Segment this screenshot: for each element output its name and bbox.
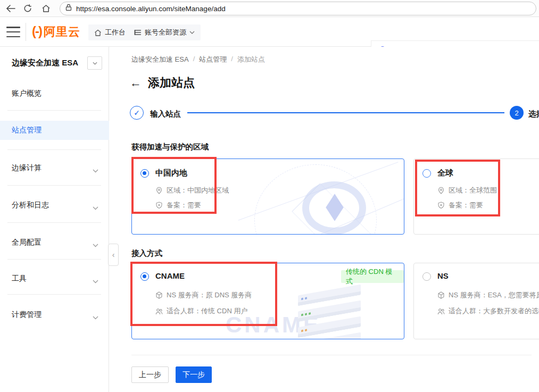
aliyun-logo-text: 阿里云 xyxy=(44,24,80,40)
step1-done-circle: ✓ xyxy=(130,106,144,120)
aliyun-logo-mark: (-) xyxy=(32,24,42,39)
audience-line: 适合人群：传统 CDN 用户 xyxy=(155,306,247,316)
sidebar-divider xyxy=(7,294,101,295)
people-line-text: 适合人群：传统 CDN 用户 xyxy=(167,306,247,316)
step2-label: 选择 xyxy=(528,109,539,119)
sidebar-divider xyxy=(7,149,101,150)
access-section-title: 接入方式 xyxy=(131,248,162,258)
region-line-text: 区域：全球范围 xyxy=(449,186,497,195)
region-line-text: 区域：中国内地区域 xyxy=(167,186,229,195)
screen: https://esa.console.aliyun.com/siteManag… xyxy=(0,0,539,392)
back-arrow-icon[interactable]: ← xyxy=(130,77,142,89)
breadcrumb-item-esa[interactable]: 边缘安全加速 ESA xyxy=(131,55,189,64)
location-pin-icon xyxy=(437,187,445,194)
breadcrumb: 边缘安全加速 ESA / 站点管理 / 添加站点 xyxy=(131,55,265,64)
breadcrumb-item-add-site: 添加站点 xyxy=(237,55,265,64)
server-stack-illustration xyxy=(298,290,372,339)
account-resources-button[interactable]: 账号全部资源 xyxy=(128,24,201,40)
browser-address-bar[interactable]: https://esa.console.aliyun.com/siteManag… xyxy=(60,2,536,15)
sidebar-divider xyxy=(7,222,101,223)
cdn-mode-badge: 传统的 CDN 模式 xyxy=(341,270,404,283)
region-info-line: 区域：中国内地区域 xyxy=(155,186,229,195)
card-title: 全球 xyxy=(437,168,453,178)
check-icon: ✓ xyxy=(134,109,140,117)
product-title: 边缘安全加速 ESA xyxy=(12,58,78,68)
breadcrumb-item-site-manage[interactable]: 站点管理 xyxy=(199,55,227,64)
header-divider xyxy=(26,23,26,41)
sidebar: 边缘安全加速 ESA 账户概览 站点管理 边缘计算 分析和日志 全局配置 xyxy=(0,47,109,392)
region-card-global[interactable]: 全球 区域：全球范围 备案：需要 xyxy=(413,159,539,235)
collapse-chevron-icon: ‹ xyxy=(112,251,115,259)
browser-home-icon[interactable] xyxy=(39,2,52,15)
sidebar-item-global-config[interactable]: 全局配置 xyxy=(0,237,109,249)
region-section-title: 获得加速与保护的区域 xyxy=(131,142,209,152)
beian-line-text: 备案：需要 xyxy=(167,201,201,210)
page-title: 添加站点 xyxy=(148,75,195,91)
radio-selected-icon[interactable] xyxy=(140,272,149,281)
product-dropdown-button[interactable] xyxy=(87,56,102,70)
workbench-label: 工作台 xyxy=(105,28,126,37)
sidebar-item-edge-compute[interactable]: 边缘计算 xyxy=(0,163,109,174)
sidebar-item-billing[interactable]: 计费管理 xyxy=(0,310,109,321)
sidebar-item-label: 分析和日志 xyxy=(12,201,49,210)
app-header: (-) 阿里云 工作台 账号全部资源 xyxy=(0,18,539,47)
product-switcher: 边缘安全加速 ESA xyxy=(12,56,102,70)
home-icon xyxy=(94,29,102,36)
radio-unselected-icon[interactable] xyxy=(422,169,431,178)
resources-label: 账号全部资源 xyxy=(145,28,186,37)
footer-divider xyxy=(131,355,532,355)
region-info-line: 区域：全球范围 xyxy=(437,186,497,195)
browser-back-icon[interactable] xyxy=(4,2,17,15)
ns-line-text: NS 服务商：原 DNS 服务商 xyxy=(167,290,252,300)
people-line-text: 适合人群：大多数开发者的选择 xyxy=(449,306,539,316)
beian-info-line: 备案：需要 xyxy=(155,201,201,210)
resources-list-icon xyxy=(134,29,142,36)
sidebar-item-analytics-logs[interactable]: 分析和日志 xyxy=(0,200,109,212)
audience-line: 适合人群：大多数开发者的选择 xyxy=(437,306,539,316)
browser-refresh-icon[interactable] xyxy=(21,2,34,15)
sidebar-divider xyxy=(7,185,101,186)
previous-step-button[interactable]: 上一步 xyxy=(131,366,169,383)
people-icon xyxy=(437,308,445,315)
breadcrumb-separator: / xyxy=(193,55,195,64)
stepper-connector xyxy=(187,112,504,113)
step2-circle: 2 xyxy=(510,106,524,120)
location-pin-icon xyxy=(155,187,163,194)
access-card-cname[interactable]: CNAME CNAME 传统的 CDN 模式 NS 服务商：原 DNS 服务商 … xyxy=(131,263,404,339)
sidebar-divider xyxy=(7,259,101,260)
card-title: 中国内地 xyxy=(155,168,187,178)
cname-watermark: CNAME xyxy=(226,312,321,338)
people-icon xyxy=(155,308,163,315)
workbench-button[interactable]: 工作台 xyxy=(88,24,131,40)
browser-bar: https://esa.console.aliyun.com/siteManag… xyxy=(0,0,539,17)
sidebar-item-label: 全局配置 xyxy=(12,238,42,247)
lock-icon xyxy=(65,4,72,13)
access-card-ns[interactable]: NS NS 服务商：ESA，您需要将原 DNS 适合人群：大多数开发者的选择 xyxy=(413,263,539,339)
aliyun-logo[interactable]: (-) 阿里云 xyxy=(32,24,80,40)
radio-unselected-icon[interactable] xyxy=(422,272,431,281)
sidebar-item-site-manage[interactable]: 站点管理 xyxy=(0,121,109,140)
step2-number: 2 xyxy=(515,109,518,117)
chevron-down-icon xyxy=(189,31,195,34)
chevron-down-icon xyxy=(93,203,98,212)
region-card-china-mainland[interactable]: 中国内地 区域：中国内地区域 备案：需要 xyxy=(131,159,404,235)
ns-provider-line: NS 服务商：原 DNS 服务商 xyxy=(155,290,252,300)
next-step-button[interactable]: 下一步 xyxy=(176,366,212,383)
chevron-down-icon xyxy=(93,313,98,321)
beian-info-line: 备案：需要 xyxy=(437,201,483,210)
sidebar-item-label: 工具 xyxy=(12,274,27,283)
beian-line-text: 备案：需要 xyxy=(449,201,483,210)
sidebar-divider xyxy=(7,110,101,111)
sidebar-item-account-overview[interactable]: 账户概览 xyxy=(0,88,109,100)
url-text: https://esa.console.aliyun.com/siteManag… xyxy=(76,5,226,13)
cube-icon xyxy=(155,291,163,299)
sidebar-item-label: 账户概览 xyxy=(12,89,42,98)
beian-shield-icon xyxy=(437,202,445,209)
card-title: NS xyxy=(437,271,449,280)
sidebar-collapse-button[interactable]: ‹ xyxy=(108,244,119,266)
sidebar-item-label: 站点管理 xyxy=(12,126,42,135)
sidebar-item-label: 边缘计算 xyxy=(12,163,42,173)
radio-selected-icon[interactable] xyxy=(140,169,149,178)
hamburger-menu-icon[interactable] xyxy=(6,27,20,37)
sidebar-item-tools[interactable]: 工具 xyxy=(0,273,109,285)
